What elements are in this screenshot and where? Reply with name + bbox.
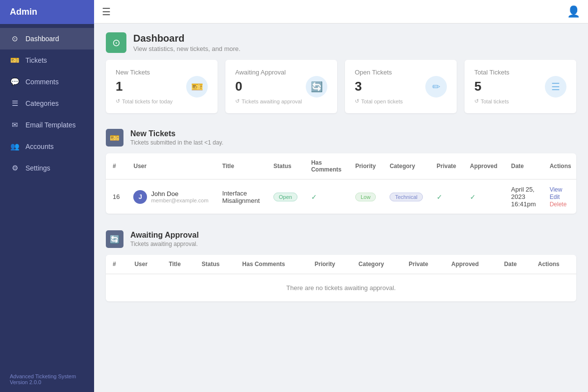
awaiting-header-row: # User Title Status Has Comments Priorit… bbox=[106, 255, 576, 274]
awaiting-approval-table: # User Title Status Has Comments Priorit… bbox=[106, 255, 576, 301]
stat-card-3: Total Tickets 5 ↺ Total tickets ☰ bbox=[465, 60, 576, 113]
await-col-id: # bbox=[106, 255, 127, 274]
approved-check: ✓ bbox=[470, 193, 476, 201]
await-col-category: Category bbox=[352, 255, 402, 274]
col-has-comments: Has Comments bbox=[304, 153, 348, 179]
sidebar-header: Admin bbox=[0, 0, 94, 24]
menu-icon[interactable]: ☰ bbox=[102, 6, 111, 18]
col-priority: Priority bbox=[348, 153, 383, 179]
edit-link[interactable]: Edit bbox=[550, 194, 560, 200]
stat-label-3: Total Tickets bbox=[474, 69, 510, 76]
stat-icon-0: 🎫 bbox=[186, 76, 208, 98]
view-link[interactable]: View bbox=[550, 186, 563, 193]
stat-card-1: Awaiting Approval 0 ↺ Tickets awaiting a… bbox=[225, 60, 337, 113]
await-col-has-comments: Has Comments bbox=[235, 255, 308, 274]
new-tickets-subtitle: Tickets submitted in the last <1 day. bbox=[130, 139, 223, 146]
footer-line2: Version 2.0.0 bbox=[10, 379, 84, 385]
ticket-actions: View Edit Delete bbox=[543, 179, 576, 214]
awaiting-approval-table-body: There are no tickets awaiting approval. bbox=[106, 274, 576, 301]
stat-card-left-3: Total Tickets 5 ↺ Total tickets bbox=[474, 69, 510, 104]
await-col-approved: Approved bbox=[444, 255, 497, 274]
main-content: ☰ 👤 ⊙ Dashboard View statistics, new tic… bbox=[94, 0, 588, 392]
awaiting-approval-subtitle: Tickets awaiting approval. bbox=[130, 241, 199, 247]
col-date: Date bbox=[504, 153, 543, 179]
ticket-category: Technical bbox=[383, 179, 430, 214]
topbar: ☰ 👤 bbox=[94, 0, 588, 24]
sidebar-item-accounts[interactable]: 👥 Accounts bbox=[0, 136, 94, 157]
stat-value-0: 1 bbox=[116, 79, 172, 94]
refresh-icon-0: ↺ bbox=[116, 98, 120, 104]
stat-value-3: 5 bbox=[474, 79, 510, 94]
stat-card-left-2: Open Tickets 3 ↺ Total open tickets bbox=[355, 69, 403, 104]
new-tickets-table: # User Title Status Has Comments Priorit… bbox=[106, 153, 576, 214]
refresh-icon-3: ↺ bbox=[474, 98, 479, 104]
ticket-date: April 25, 2023 16:41pm bbox=[504, 179, 543, 214]
private-check: ✓ bbox=[437, 193, 442, 201]
comments-icon: 💬 bbox=[10, 77, 20, 87]
page-subtitle: View statistics, new tickets, and more. bbox=[133, 45, 241, 52]
sidebar-item-categories[interactable]: ☰ Categories bbox=[0, 93, 94, 114]
col-approved: Approved bbox=[463, 153, 504, 179]
stat-card-2: Open Tickets 3 ↺ Total open tickets ✏ bbox=[345, 60, 457, 113]
await-col-title: Title bbox=[162, 255, 195, 274]
sidebar-label-settings: Settings bbox=[25, 164, 50, 172]
new-tickets-table-container: # User Title Status Has Comments Priorit… bbox=[106, 153, 576, 214]
user-profile-icon[interactable]: 👤 bbox=[567, 5, 580, 18]
stat-value-1: 0 bbox=[235, 79, 302, 94]
col-user: User bbox=[126, 153, 215, 179]
empty-message: There are no tickets awaiting approval. bbox=[106, 274, 576, 301]
delete-link[interactable]: Delete bbox=[550, 201, 567, 208]
new-tickets-title: New Tickets bbox=[130, 129, 223, 138]
sidebar-item-settings[interactable]: ⚙ Settings bbox=[0, 157, 94, 179]
stat-value-2: 3 bbox=[355, 79, 403, 94]
stat-icon-1: 🔄 bbox=[306, 76, 327, 98]
sidebar-label-comments: Comments bbox=[25, 78, 59, 86]
col-private: Private bbox=[430, 153, 463, 179]
col-actions: Actions bbox=[543, 153, 576, 179]
page-header-icon: ⊙ bbox=[106, 32, 126, 53]
sidebar-label-categories: Categories bbox=[25, 99, 59, 107]
sidebar-item-comments[interactable]: 💬 Comments bbox=[0, 71, 94, 93]
ticket-private: ✓ bbox=[430, 179, 463, 214]
sidebar-item-tickets[interactable]: 🎫 Tickets bbox=[0, 49, 94, 71]
sidebar-label-tickets: Tickets bbox=[25, 56, 47, 64]
email-templates-icon: ✉ bbox=[10, 120, 20, 130]
user-name: John Doe bbox=[151, 190, 208, 197]
await-col-user: User bbox=[127, 255, 162, 274]
user-info: John Doe member@example.com bbox=[151, 190, 208, 203]
page-header: ⊙ Dashboard View statistics, new tickets… bbox=[94, 24, 588, 60]
category-badge: Technical bbox=[390, 193, 423, 201]
col-id: # bbox=[106, 153, 126, 179]
new-tickets-section-text: New Tickets Tickets submitted in the las… bbox=[130, 129, 223, 146]
tickets-icon: 🎫 bbox=[10, 55, 20, 65]
ticket-title: Interface Misalignment bbox=[215, 179, 267, 214]
empty-row: There are no tickets awaiting approval. bbox=[106, 274, 576, 301]
ticket-approved: ✓ bbox=[463, 179, 504, 214]
new-tickets-table-body: 16 J John Doe member@example.com Interfa… bbox=[106, 179, 576, 214]
stat-card-left-0: New Tickets 1 ↺ Total tickets for today bbox=[116, 69, 172, 104]
sidebar-footer: Advanced Ticketing System Version 2.0.0 bbox=[0, 367, 94, 392]
settings-icon: ⚙ bbox=[10, 163, 20, 173]
status-badge: Open bbox=[273, 193, 297, 201]
stat-label-0: New Tickets bbox=[116, 69, 172, 76]
sidebar-label-email-templates: Email Templates bbox=[25, 121, 75, 129]
dashboard-icon: ⊙ bbox=[10, 34, 20, 44]
awaiting-approval-table-head: # User Title Status Has Comments Priorit… bbox=[106, 255, 576, 274]
accounts-icon: 👥 bbox=[10, 142, 20, 151]
new-tickets-table-head: # User Title Status Has Comments Priorit… bbox=[106, 153, 576, 179]
awaiting-approval-table-container: # User Title Status Has Comments Priorit… bbox=[106, 255, 576, 301]
awaiting-approval-title: Awaiting Approval bbox=[130, 231, 199, 240]
sidebar-item-email-templates[interactable]: ✉ Email Templates bbox=[0, 114, 94, 136]
ticket-status: Open bbox=[267, 179, 304, 214]
sidebar-label-dashboard: Dashboard bbox=[25, 35, 59, 43]
refresh-icon-2: ↺ bbox=[355, 98, 359, 104]
new-tickets-section-header: 🎫 New Tickets Tickets submitted in the l… bbox=[94, 122, 588, 153]
await-col-priority: Priority bbox=[308, 255, 352, 274]
new-tickets-header-row: # User Title Status Has Comments Priorit… bbox=[106, 153, 576, 179]
sidebar-item-dashboard[interactable]: ⊙ Dashboard bbox=[0, 28, 94, 49]
stat-icon-3: ☰ bbox=[545, 76, 566, 98]
stat-sub-2: ↺ Total open tickets bbox=[355, 98, 403, 104]
sidebar-label-accounts: Accounts bbox=[25, 143, 54, 150]
stat-icon-2: ✏ bbox=[425, 76, 447, 98]
ticket-user: J John Doe member@example.com bbox=[126, 179, 215, 214]
